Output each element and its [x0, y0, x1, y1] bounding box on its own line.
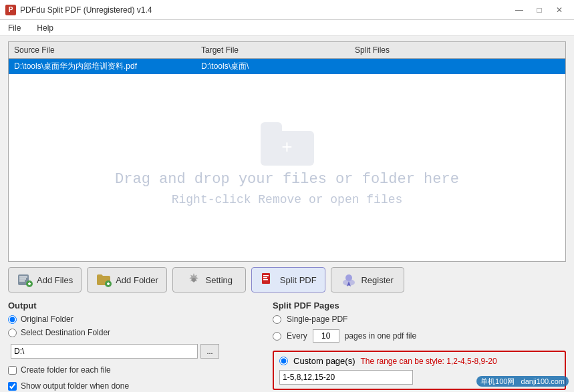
add-folder-button[interactable]: Add Folder [87, 267, 167, 292]
every-pages-input[interactable] [313, 329, 339, 343]
show-output-row: Show output folder when done [8, 381, 262, 391]
app-title: PDFdu Split PDF (Unregistered) v1.4 [20, 5, 152, 15]
menu-help[interactable]: Help [34, 22, 56, 34]
file-table-body[interactable]: D:\tools\桌面华为内部培训资料.pdf D:\tools\桌面\ [9, 59, 565, 74]
output-title: Output [8, 301, 262, 311]
table-row[interactable]: D:\tools\桌面华为内部培训资料.pdf D:\tools\桌面\ [9, 59, 565, 74]
custom-pages-label[interactable]: Custom page(s) [293, 356, 355, 366]
single-page-radio[interactable] [273, 315, 281, 324]
menu-bar: File Help [0, 20, 574, 36]
original-folder-radio[interactable] [8, 315, 17, 324]
create-folder-checkbox[interactable] [8, 366, 17, 375]
drop-text-primary: Drag and drop your files or folder here [115, 171, 459, 188]
svg-rect-6 [29, 282, 30, 285]
select-destination-radio[interactable] [8, 329, 17, 337]
watermark: 单机100网 danji100.com [476, 377, 569, 387]
every-pages-unit: pages in one pdf file [345, 331, 416, 341]
svg-rect-9 [108, 282, 109, 285]
custom-hint-text: The range can be style: 1,2-4,5-8,9-20 [360, 357, 496, 366]
show-output-label[interactable]: Show output folder when done [21, 381, 129, 391]
close-button[interactable]: ✕ [550, 3, 569, 17]
create-folder-row: Create folder for each file [8, 365, 262, 375]
folder-input-row: ... [11, 344, 262, 359]
file-table: Source File Target File Split Files D:\t… [8, 41, 566, 262]
svg-rect-11 [262, 273, 270, 284]
original-folder-row: Original Folder [8, 315, 262, 324]
title-controls: — □ ✕ [510, 3, 569, 17]
select-destination-label[interactable]: Select Destination Folder [21, 328, 110, 337]
watermark-site: 单机100网 [480, 377, 515, 385]
add-files-icon [17, 272, 33, 288]
setting-icon [186, 272, 202, 288]
svg-point-16 [345, 274, 352, 281]
source-cell: D:\tools\桌面华为内部培训资料.pdf [9, 59, 196, 74]
original-folder-label[interactable]: Original Folder [21, 315, 74, 324]
every-pages-radio[interactable] [273, 332, 281, 341]
register-icon [341, 272, 357, 288]
browse-button[interactable]: ... [200, 344, 219, 359]
setting-label: Setting [206, 275, 233, 285]
app-icon: P [5, 5, 16, 15]
split-cell [349, 59, 565, 74]
add-folder-label: Add Folder [116, 275, 158, 285]
svg-rect-14 [263, 279, 268, 280]
custom-pages-row: Custom page(s) The range can be style: 1… [279, 356, 559, 366]
show-output-checkbox[interactable] [8, 382, 17, 391]
register-label: Register [361, 275, 393, 285]
file-table-header: Source File Target File Split Files [9, 42, 565, 59]
col-header-split: Split Files [349, 44, 565, 56]
folder-path-input[interactable] [11, 344, 198, 359]
setting-button[interactable]: Setting [172, 267, 246, 292]
split-pdf-icon [260, 272, 276, 288]
svg-rect-12 [263, 275, 269, 276]
single-page-row: Single-page PDF [273, 315, 566, 324]
main-content: Source File Target File Split Files D:\t… [0, 36, 574, 392]
select-dest-row: Select Destination Folder [8, 328, 262, 337]
svg-rect-1 [19, 276, 27, 278]
create-folder-label[interactable]: Create folder for each file [21, 365, 111, 375]
target-cell: D:\tools\桌面\ [196, 59, 349, 74]
title-bar: P PDFdu Split PDF (Unregistered) v1.4 — … [0, 0, 574, 20]
drop-text-secondary: Right-click Remove or open files [172, 193, 403, 206]
svg-rect-3 [19, 280, 25, 282]
title-bar-left: P PDFdu Split PDF (Unregistered) v1.4 [5, 5, 152, 15]
col-header-source: Source File [9, 44, 196, 56]
watermark-url: danji100.com [521, 377, 565, 385]
split-panel-title: Split PDF Pages [273, 301, 566, 311]
custom-pages-input[interactable] [279, 370, 413, 385]
custom-pages-radio[interactable] [279, 357, 288, 365]
watermark-badge: 单机100网 danji100.com [476, 376, 569, 387]
split-pdf-button[interactable]: Split PDF [251, 267, 325, 292]
every-pages-row: Every pages in one pdf file [273, 329, 566, 343]
folder-drop-icon: + [261, 122, 314, 166]
svg-rect-2 [19, 278, 26, 280]
add-folder-icon [96, 272, 112, 288]
every-label[interactable]: Every [287, 331, 307, 341]
minimize-button[interactable]: — [510, 3, 529, 17]
toolbar: Add Files Add Folder Setting [8, 267, 566, 292]
output-radio-group: Original Folder Select Destination Folde… [8, 315, 262, 391]
maximize-button[interactable]: □ [530, 3, 549, 17]
menu-file[interactable]: File [5, 22, 23, 34]
drop-zone[interactable]: + Drag and drop your files or folder her… [9, 74, 565, 254]
svg-rect-13 [263, 277, 267, 278]
register-button[interactable]: Register [331, 267, 404, 292]
add-files-button[interactable]: Add Files [8, 267, 82, 292]
split-pdf-label: Split PDF [280, 275, 317, 285]
col-header-target: Target File [196, 44, 349, 56]
add-files-label: Add Files [37, 275, 73, 285]
single-page-label[interactable]: Single-page PDF [287, 315, 347, 324]
output-panel: Output Original Folder Select Destinatio… [8, 301, 262, 391]
